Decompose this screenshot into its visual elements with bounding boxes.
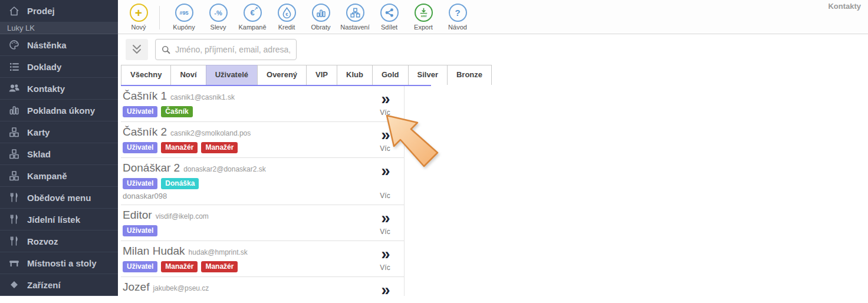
search-input[interactable] (175, 45, 290, 54)
tab-overeny[interactable]: Overený (257, 65, 307, 85)
contact-row: Čašník 2casnik2@smolkoland.pos Uživatel … (121, 122, 404, 158)
download-xml-icon: xml (415, 4, 433, 22)
share-button[interactable]: Sdílet (372, 4, 406, 31)
plus-icon: + (130, 4, 148, 22)
double-angle-icon: » (371, 91, 399, 107)
sidebar-subitem-account[interactable]: Luky LK (0, 22, 118, 34)
cutlery-icon (8, 213, 20, 225)
svg-text:xml: xml (420, 14, 426, 18)
more-button[interactable]: » Víc (371, 246, 399, 272)
cutlery-icon (8, 192, 20, 203)
context-label: Kontakty (828, 2, 861, 11)
sidebar-item-kampane[interactable]: Kampaně (0, 165, 118, 187)
sidebar-item-sklad[interactable]: Sklad (0, 143, 118, 165)
tab-klub[interactable]: Klub (337, 65, 373, 85)
tab-vsechny[interactable]: Všechny (121, 65, 171, 85)
tool-label: Slevy (201, 24, 235, 31)
sidebar-item-label: Místnosti a stoly (27, 258, 97, 268)
sidebar-item-prodej[interactable]: Prodej (0, 0, 118, 22)
tab-gold[interactable]: Gold (372, 65, 409, 85)
more-button[interactable]: » Víc (371, 163, 399, 200)
tab-vip[interactable]: VIP (306, 65, 337, 85)
role-badge: Uživatel (123, 142, 157, 153)
contact-note: donaskar098 (123, 192, 367, 200)
contact-list: Čašník 1casnik1@casnik1.sk Uživatel Čašn… (121, 86, 405, 296)
turnover-button[interactable]: Obraty (304, 4, 338, 31)
toolbar-divider (159, 6, 160, 29)
tool-label: Nastavení (338, 24, 372, 31)
app-window: Prodej Luky LK Nástěnka Doklady (0, 0, 868, 296)
role-badge: Uživatel (123, 225, 157, 236)
role-badge: Manažér (161, 142, 198, 153)
double-chevron-down-icon (131, 44, 143, 55)
sidebar: Prodej Luky LK Nástěnka Doklady (0, 0, 118, 296)
contact-email: hudak@hmprint.sk (189, 248, 248, 256)
settings-button[interactable]: Nastavení (338, 4, 372, 31)
tab-novi[interactable]: Noví (170, 65, 206, 85)
more-button[interactable]: » Víc (371, 91, 399, 117)
tool-label: Kampaně (235, 24, 269, 31)
sidebar-item-pokladna-ukony[interactable]: Pokladna úkony (0, 100, 118, 121)
toolbar: + Nový #95 Kupóny -% Slevy € ↗ Kampaně (118, 0, 868, 34)
sidebar-item-kontakty[interactable]: Kontakty (0, 78, 118, 100)
double-angle-icon: » (371, 246, 399, 262)
sidebar-item-label: Pokladna úkony (27, 106, 95, 116)
sidebar-item-mistnosti-a-stoly[interactable]: Místnosti a stoly (0, 252, 118, 274)
table-icon (8, 257, 20, 269)
contact-email: casnik2@smolkoland.pos (170, 129, 251, 137)
sidebar-item-doklady[interactable]: Doklady (0, 56, 118, 78)
contact-name: Milan Hudak (123, 245, 185, 257)
tab-bronze[interactable]: Bronze (447, 65, 492, 85)
sidebar-item-karty[interactable]: Karty (0, 121, 118, 143)
role-badge: Donáška (161, 178, 199, 189)
contact-row: Čašník 1casnik1@casnik1.sk Uživatel Čašn… (121, 86, 404, 122)
campaigns-button[interactable]: € ↗ Kampaně (235, 4, 269, 31)
sidebar-item-label: Zařízení (27, 280, 61, 290)
contact-name: Čašník 1 (123, 90, 167, 102)
bars-icon (312, 4, 330, 22)
sidebar-item-rozvoz[interactable]: Rozvoz (0, 230, 118, 252)
sidebar-item-nastenka[interactable]: Nástěnka (0, 34, 118, 56)
sidebar-item-zarizeni[interactable]: Zařízení (0, 274, 118, 296)
tool-label: Kredit (269, 24, 304, 31)
sidebar-item-label: Prodej (27, 6, 55, 16)
sidebar-item-obedove-menu[interactable]: Obědové menu (0, 187, 118, 209)
tool-label: Návod (440, 24, 475, 31)
new-contact-button[interactable]: + Nový (121, 4, 156, 31)
sidebar-item-label: Rozvoz (27, 236, 58, 246)
cubes-icon (8, 170, 20, 182)
users-icon (8, 83, 20, 94)
more-button[interactable]: » Víc (371, 210, 399, 236)
help-button[interactable]: ? Návod (440, 4, 475, 31)
cubes-icon (8, 126, 20, 138)
tab-uzivatele[interactable]: Uživatelé (206, 65, 258, 85)
more-button[interactable]: » Víc (371, 127, 399, 153)
tab-silver[interactable]: Silver (408, 65, 448, 85)
home-icon (8, 5, 20, 17)
role-badge: Čašník (161, 106, 192, 117)
contact-row: Editorvisdif@ikelp.com Uživatel » Víc (121, 205, 404, 241)
tool-label: Obraty (304, 24, 338, 31)
double-angle-icon: » (371, 127, 399, 143)
sidebar-item-label: Jídelní lístek (27, 215, 80, 225)
sidebar-subitem-label: Luky LK (7, 24, 35, 32)
cutlery-icon (8, 235, 20, 247)
search-icon (162, 45, 170, 55)
coupons-button[interactable]: #95 Kupóny (167, 4, 201, 31)
bar-chart-icon (8, 104, 20, 116)
role-badge: Manažér (201, 142, 238, 153)
role-badge: Uživatel (123, 261, 157, 272)
more-button[interactable]: » Víc (371, 282, 399, 296)
contact-name: Čašník 2 (123, 126, 167, 138)
tool-label: Sdílet (372, 24, 406, 31)
contact-email: jakubek@pseu.cz (153, 284, 209, 292)
tool-label: Nový (121, 24, 156, 31)
search-box (155, 39, 297, 60)
export-button[interactable]: xml Export (406, 4, 440, 31)
collapse-filters-button[interactable] (126, 39, 148, 60)
credit-button[interactable]: € Kredit (269, 4, 304, 31)
discounts-button[interactable]: -% Slevy (201, 4, 235, 31)
sidebar-item-label: Doklady (27, 62, 61, 72)
sidebar-item-jidelni-listek[interactable]: Jídelní lístek (0, 209, 118, 230)
double-angle-icon: » (371, 282, 399, 296)
